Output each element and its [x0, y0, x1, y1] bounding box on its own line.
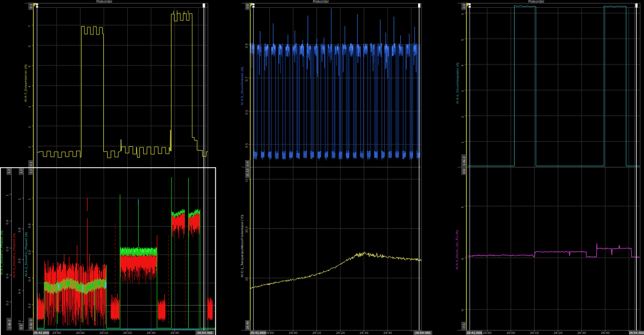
svg-text:8.1: 8.1: [29, 4, 33, 8]
svg-text:26:20: 26:20: [336, 331, 345, 334]
svg-text:1.4E-2: 1.4E-2: [8, 319, 11, 328]
svg-text:26:30: 26:30: [147, 331, 155, 334]
svg-text:Rekorder: Rekorder: [529, 0, 545, 3]
svg-text:25:50: 25:50: [52, 331, 61, 334]
svg-text:25:50: 25:50: [483, 331, 492, 334]
svg-text:26:00: 26:00: [289, 331, 298, 334]
svg-text:25:41.669: 25:41.669: [466, 331, 482, 334]
svg-text:25:41.669: 25:41.669: [33, 331, 49, 334]
svg-text:26:40: 26:40: [383, 331, 392, 334]
svg-text:0.9: 0.9: [246, 4, 249, 8]
svg-text:26:20: 26:20: [554, 331, 562, 334]
svg-text:29.49: 29.49: [246, 322, 249, 329]
svg-text:AI A-7_Gesamtstrom (A): AI A-7_Gesamtstrom (A): [23, 64, 27, 102]
svg-text:0.1: 0.1: [20, 324, 23, 329]
svg-text:30.5: 30.5: [245, 226, 248, 233]
svg-text:AI A-5_StromRoboter (A): AI A-5_StromRoboter (A): [240, 67, 244, 106]
svg-text:26:00: 26:00: [506, 331, 515, 334]
svg-text:26:30: 26:30: [577, 331, 586, 334]
svg-text:0.4: 0.4: [28, 276, 31, 281]
svg-text:26:40: 26:40: [170, 331, 179, 334]
svg-text:0.4: 0.4: [6, 273, 9, 278]
svg-text:31.13: 31.13: [246, 169, 249, 177]
svg-text:26:00: 26:00: [76, 331, 85, 334]
svg-text:0.4: 0.4: [18, 289, 21, 294]
svg-text:26:54.482: 26:54.482: [415, 331, 431, 334]
svg-text:25:50: 25:50: [265, 331, 274, 334]
svg-text:0.5: 0.5: [245, 143, 248, 148]
svg-text:26:40: 26:40: [601, 331, 610, 334]
svg-text:1.4E-2: 1.4E-2: [462, 157, 466, 166]
svg-text:-7.1: -7.1: [462, 323, 466, 329]
svg-text:AI C-1_TemperaturMotorFörderba: AI C-1_TemperaturMotorFörderband (°C): [240, 215, 244, 278]
svg-text:8.6E-3: 8.6E-3: [29, 319, 33, 328]
svg-text:6.4: 6.4: [462, 4, 466, 8]
svg-text:0.6: 0.6: [6, 246, 9, 251]
svg-text:1.2: 1.2: [8, 169, 11, 173]
svg-text:AI A-3_StromFU_Phase3 (A): AI A-3_StromFU_Phase3 (A): [12, 233, 16, 277]
svg-text:0.8: 0.8: [18, 227, 21, 232]
svg-text:26:54.482: 26:54.482: [629, 331, 644, 334]
svg-text:30: 30: [245, 277, 248, 281]
svg-text:AI A-4_Strom_ver_TU (A): AI A-4_Strom_ver_TU (A): [455, 231, 459, 270]
svg-text:0.6: 0.6: [18, 258, 21, 263]
svg-text:26:30: 26:30: [360, 331, 369, 334]
svg-text:31: 31: [245, 178, 248, 182]
svg-text:26:20: 26:20: [123, 331, 132, 334]
svg-text:26:10: 26:10: [99, 331, 108, 334]
svg-text:AI A-6_StromHeizplatte (A): AI A-6_StromHeizplatte (A): [455, 63, 459, 104]
svg-text:0.8: 0.8: [6, 219, 9, 224]
svg-text:Rekorder: Rekorder: [313, 0, 329, 3]
svg-text:0.8: 0.8: [28, 223, 31, 228]
svg-text:0.2: 0.2: [28, 303, 31, 308]
svg-text:26:10: 26:10: [530, 331, 539, 334]
svg-text:0.6: 0.6: [28, 249, 31, 254]
svg-text:26:54.482: 26:54.482: [197, 331, 213, 334]
svg-text:AI A-2_StromFU_Phase2 (A): AI A-2_StromFU_Phase2 (A): [24, 232, 28, 276]
svg-text:8.9: 8.9: [462, 169, 466, 173]
svg-text:26:10: 26:10: [313, 331, 321, 334]
svg-text:0.1: 0.1: [29, 162, 33, 166]
svg-text:0.8: 0.8: [245, 43, 248, 48]
svg-text:-5: -5: [461, 308, 464, 312]
svg-text:0.4: 0.4: [246, 162, 249, 166]
svg-text:1.2: 1.2: [20, 169, 23, 173]
svg-text:1.2: 1.2: [29, 169, 33, 173]
svg-text:Rekorder: Rekorder: [97, 0, 113, 3]
svg-text:25:41.669: 25:41.669: [250, 331, 266, 334]
svg-text:0.7: 0.7: [245, 76, 248, 81]
svg-text:0.6: 0.6: [245, 109, 248, 114]
svg-text:0.2: 0.2: [6, 300, 9, 305]
